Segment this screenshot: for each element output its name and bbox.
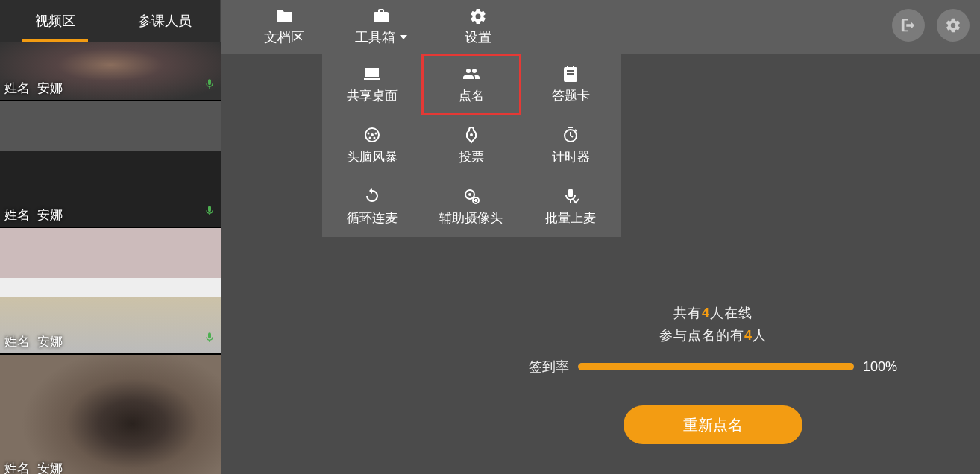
tab-participants[interactable]: 参课人员 (110, 0, 221, 42)
sidebar-tabs: 视频区 参课人员 (0, 0, 221, 42)
tool-roll-call-label: 点名 (459, 87, 484, 104)
online-suffix: 人在线 (710, 306, 753, 320)
mic-icon (203, 201, 216, 221)
folder-icon (274, 7, 294, 25)
tool-timer-label: 计时器 (552, 148, 590, 165)
tool-answer-card-label: 答题卡 (552, 87, 590, 104)
roll-call-stats: 共有4人在线 参与点名的有4人 签到率 100% 重新点名 (504, 300, 922, 444)
aux-camera-icon (462, 187, 481, 205)
progress-label: 签到率 (529, 358, 569, 376)
answer-card-icon (561, 65, 580, 83)
video-tile[interactable]: 姓名 安娜 (0, 228, 221, 355)
tool-roll-call[interactable]: 点名 (421, 54, 521, 115)
gear-icon (945, 17, 961, 34)
progress-percent: 100% (863, 359, 897, 375)
video-label: 姓名 安娜 (4, 333, 63, 350)
online-line: 共有4人在线 (504, 304, 922, 322)
tool-vote[interactable]: 投票 (421, 115, 521, 176)
toolbox-icon (371, 7, 391, 25)
topbar-doc-label: 文档区 (264, 28, 304, 46)
tool-bulk-mic-label: 批量上麦 (545, 209, 596, 227)
tool-brainstorm[interactable]: 头脑风暴 (322, 115, 421, 176)
tab-participants-label: 参课人员 (138, 12, 192, 30)
video-tile[interactable]: 姓名 安娜 (0, 42, 221, 101)
cycle-mic-icon (362, 187, 382, 205)
tool-brainstorm-label: 头脑风暴 (347, 148, 398, 165)
progress-fill (578, 363, 854, 370)
video-thumbnail (0, 355, 221, 474)
video-tile[interactable]: 姓名 安娜 (0, 101, 221, 228)
svg-point-4 (368, 136, 371, 139)
video-tile[interactable]: 姓名 安娜 (0, 355, 221, 474)
roll-call-icon (462, 65, 481, 83)
video-name-prefix: 姓名 (4, 460, 30, 474)
tool-aux-camera-label: 辅助摄像头 (439, 209, 503, 227)
brainstorm-icon (362, 126, 382, 144)
svg-point-9 (468, 193, 471, 196)
topbar-settings[interactable]: 设置 (437, 0, 519, 54)
re-roll-call-button[interactable]: 重新点名 (624, 405, 802, 444)
timer-icon (561, 126, 580, 144)
vote-icon (462, 126, 481, 144)
tool-cycle-mic[interactable]: 循环连麦 (322, 176, 421, 237)
participated-count: 4 (744, 328, 753, 343)
video-name: 安娜 (37, 333, 63, 350)
tool-bulk-mic[interactable]: 批量上麦 (521, 176, 621, 237)
video-name-prefix: 姓名 (4, 333, 30, 350)
settings-button[interactable] (937, 9, 970, 42)
video-list: 姓名 安娜 姓名 安娜 (0, 42, 221, 474)
gear-icon (468, 7, 488, 25)
mic-icon (203, 328, 216, 347)
exit-icon (900, 17, 917, 34)
video-name: 安娜 (37, 80, 63, 97)
tool-answer-card[interactable]: 答题卡 (521, 54, 621, 115)
video-label: 姓名 安娜 (4, 206, 63, 224)
video-name-prefix: 姓名 (4, 206, 30, 224)
exit-button[interactable] (892, 9, 925, 42)
tool-share-screen[interactable]: 共享桌面 (322, 54, 421, 115)
svg-point-6 (470, 133, 473, 136)
svg-point-3 (374, 132, 377, 134)
online-count: 4 (702, 306, 710, 320)
topbar-doc-area[interactable]: 文档区 (243, 0, 325, 54)
topbar-settings-label: 设置 (465, 28, 491, 46)
svg-point-5 (373, 136, 375, 139)
participated-suffix: 人 (753, 328, 767, 343)
tool-aux-camera[interactable]: 辅助摄像头 (421, 176, 521, 237)
tab-video-area[interactable]: 视频区 (0, 0, 110, 42)
svg-point-1 (371, 133, 374, 136)
topbar: 文档区 工具箱 设置 (221, 0, 980, 54)
tool-vote-label: 投票 (459, 148, 484, 165)
online-prefix: 共有 (673, 306, 702, 320)
re-roll-call-button-label: 重新点名 (683, 415, 743, 435)
video-label: 姓名 安娜 (4, 80, 63, 97)
svg-point-2 (367, 132, 369, 134)
video-name-prefix: 姓名 (4, 80, 30, 97)
video-name: 安娜 (37, 206, 63, 224)
sidebar: 视频区 参课人员 姓名 安娜 姓名 (0, 0, 221, 474)
participated-prefix: 参与点名的有 (659, 328, 744, 343)
top-right-controls (892, 9, 970, 42)
bulk-mic-icon (561, 187, 580, 205)
progress-bar (578, 363, 854, 370)
tool-share-screen-label: 共享桌面 (347, 87, 398, 104)
topbar-toolbox[interactable]: 工具箱 (325, 0, 437, 54)
progress-row: 签到率 100% (504, 358, 922, 376)
tool-cycle-mic-label: 循环连麦 (347, 209, 398, 227)
mic-icon (203, 75, 216, 94)
main-area: 文档区 工具箱 设置 共享桌面 点名 (221, 0, 980, 474)
tab-video-area-label: 视频区 (35, 12, 75, 30)
toolbox-dropdown: 共享桌面 点名 答题卡 头脑风暴 投票 计时器 (322, 54, 621, 237)
share-screen-icon (362, 65, 382, 83)
video-name: 安娜 (37, 460, 63, 474)
video-label: 姓名 安娜 (4, 460, 63, 474)
chevron-down-icon (400, 35, 407, 40)
topbar-toolbox-label: 工具箱 (355, 28, 395, 46)
participated-line: 参与点名的有4人 (504, 326, 922, 344)
tool-timer[interactable]: 计时器 (521, 115, 621, 176)
